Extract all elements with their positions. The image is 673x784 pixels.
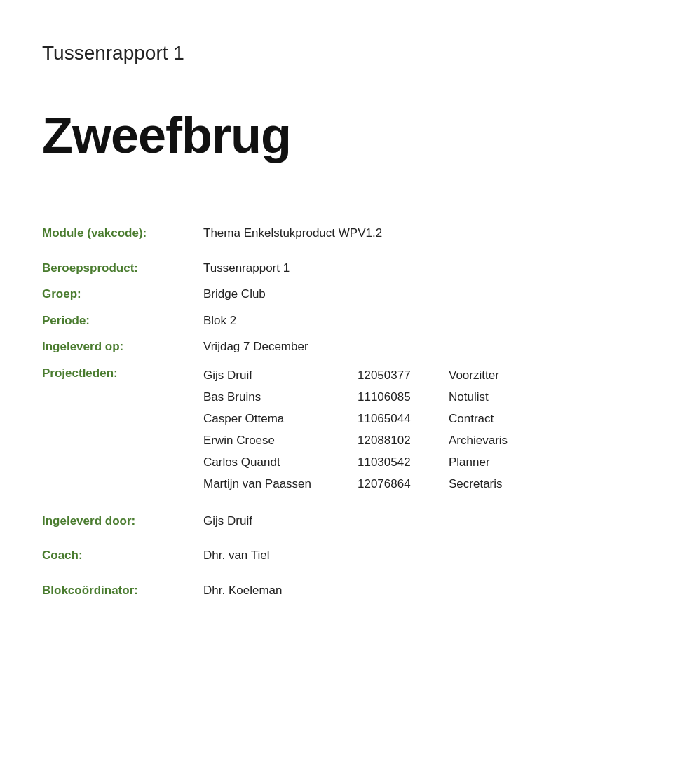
ingeleverd-op-value: Vrijdag 7 December <box>203 333 617 360</box>
member-name: Carlos Quandt <box>203 451 358 473</box>
list-item: Gijs Druif12050377Voorzitter <box>203 364 617 386</box>
beroepsproduct-value: Tussenrapport 1 <box>203 255 617 282</box>
member-name: Gijs Druif <box>203 364 358 386</box>
member-number: 12050377 <box>358 364 449 386</box>
list-item: Bas Bruins11106085Notulist <box>203 386 617 408</box>
member-number: 11106085 <box>358 386 449 408</box>
projectleden-row: Projectleden: Gijs Druif12050377Voorzitt… <box>42 360 617 500</box>
periode-label: Periode: <box>42 308 203 334</box>
periode-value: Blok 2 <box>203 308 617 334</box>
beroepsproduct-row: Beroepsproduct: Tussenrapport 1 <box>42 255 617 282</box>
member-name: Erwin Croese <box>203 429 358 451</box>
ingeleverd-op-label: Ingeleverd op: <box>42 333 203 360</box>
groep-value: Bridge Club <box>203 281 617 308</box>
member-number: 11065044 <box>358 408 449 429</box>
member-name: Casper Ottema <box>203 408 358 429</box>
groep-label: Groep: <box>42 281 203 308</box>
ingeleverd-door-value: Gijs Druif <box>203 508 617 535</box>
blokcoordinator-label: Blokcoördinator: <box>42 577 203 604</box>
ingeleverd-door-label: Ingeleverd door: <box>42 508 203 535</box>
coach-label: Coach: <box>42 542 203 569</box>
list-item: Carlos Quandt11030542Planner <box>203 451 617 473</box>
module-label: Module (vakcode): <box>42 220 203 247</box>
groep-row: Groep: Bridge Club <box>42 281 617 308</box>
periode-row: Periode: Blok 2 <box>42 308 617 334</box>
member-role: Contract <box>449 408 617 429</box>
member-name: Martijn van Paassen <box>203 473 358 495</box>
member-number: 11030542 <box>358 451 449 473</box>
list-item: Martijn van Paassen12076864Secretaris <box>203 473 617 495</box>
projectleden-table: Gijs Druif12050377VoorzitterBas Bruins11… <box>203 364 617 495</box>
member-role: Notulist <box>449 386 617 408</box>
member-role: Archievaris <box>449 429 617 451</box>
member-number: 12076864 <box>358 473 449 495</box>
list-item: Casper Ottema11065044Contract <box>203 408 617 429</box>
ingeleverd-op-row: Ingeleverd op: Vrijdag 7 December <box>42 333 617 360</box>
projectleden-value: Gijs Druif12050377VoorzitterBas Bruins11… <box>203 360 617 500</box>
projectleden-label: Projectleden: <box>42 360 203 500</box>
page-title: Tussenrapport 1 <box>42 42 617 64</box>
blokcoordinator-row: Blokcoördinator: Dhr. Koeleman <box>42 577 617 604</box>
member-role: Planner <box>449 451 617 473</box>
blokcoordinator-value: Dhr. Koeleman <box>203 577 617 604</box>
info-table: Module (vakcode): Thema Enkelstukproduct… <box>42 220 617 603</box>
member-number: 12088102 <box>358 429 449 451</box>
ingeleverd-door-row: Ingeleverd door: Gijs Druif <box>42 508 617 535</box>
member-role: Secretaris <box>449 473 617 495</box>
coach-row: Coach: Dhr. van Tiel <box>42 542 617 569</box>
module-value: Thema Enkelstukproduct WPV1.2 <box>203 220 617 247</box>
beroepsproduct-label: Beroepsproduct: <box>42 255 203 282</box>
project-name: Zweefbrug <box>42 106 617 164</box>
member-role: Voorzitter <box>449 364 617 386</box>
module-row: Module (vakcode): Thema Enkelstukproduct… <box>42 220 617 247</box>
coach-value: Dhr. van Tiel <box>203 542 617 569</box>
list-item: Erwin Croese12088102Archievaris <box>203 429 617 451</box>
member-name: Bas Bruins <box>203 386 358 408</box>
